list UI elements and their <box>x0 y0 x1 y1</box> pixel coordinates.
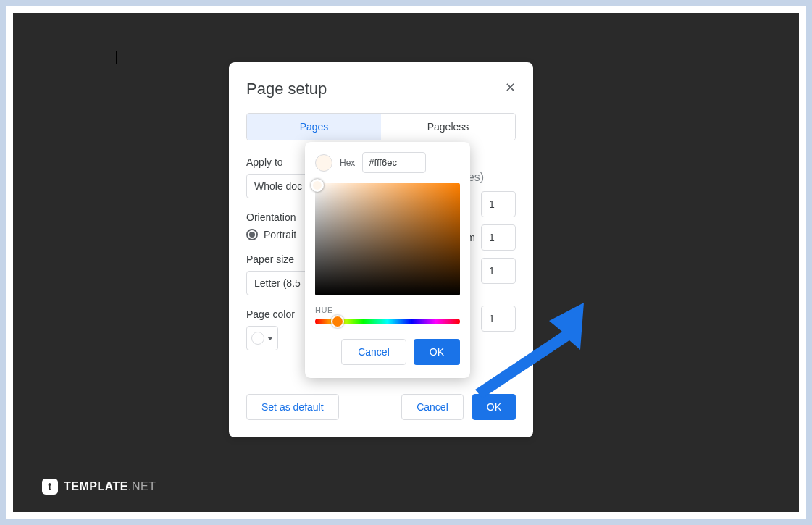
radio-portrait[interactable] <box>246 229 258 240</box>
apply-to-select[interactable]: Whole doc <box>246 174 311 198</box>
hex-label: Hex <box>340 158 355 168</box>
dialog-ok-button[interactable]: OK <box>472 394 516 420</box>
branding: t TEMPLATE.NET <box>42 479 156 495</box>
tab-pages[interactable]: Pages <box>247 114 381 140</box>
chevron-down-icon <box>267 337 273 340</box>
margin-right-input[interactable] <box>481 224 516 251</box>
close-icon[interactable]: ✕ <box>505 80 516 96</box>
brand-name-light: .NET <box>128 480 156 492</box>
hex-input[interactable] <box>362 152 426 173</box>
brand-logo-icon: t <box>42 479 58 495</box>
margin-top-input[interactable] <box>481 191 516 217</box>
page-color-button[interactable] <box>246 326 278 350</box>
radio-portrait-label: Portrait <box>264 229 296 240</box>
tab-pageless[interactable]: Pageless <box>381 114 515 140</box>
margin-left-input[interactable] <box>481 306 516 332</box>
dialog-title: Page setup <box>246 80 516 98</box>
paper-size-select[interactable]: Letter (8.5 <box>246 271 311 295</box>
margin-bottom-input[interactable] <box>481 258 516 284</box>
color-preview-swatch <box>315 154 332 172</box>
dialog-cancel-button[interactable]: Cancel <box>401 394 464 420</box>
color-swatch-icon <box>251 332 264 345</box>
brand-name-bold: TEMPLATE <box>64 480 128 492</box>
text-cursor <box>116 51 117 64</box>
hue-thumb[interactable] <box>331 315 344 328</box>
hue-label: HUE <box>315 306 460 314</box>
hue-slider[interactable] <box>315 319 460 324</box>
picker-ok-button[interactable]: OK <box>414 339 460 365</box>
sv-cursor-icon[interactable] <box>311 179 324 192</box>
picker-cancel-button[interactable]: Cancel <box>341 339 406 365</box>
set-default-button[interactable]: Set as default <box>246 394 339 420</box>
dialog-tabs: Pages Pageless <box>246 113 516 140</box>
saturation-value-area[interactable] <box>315 183 460 295</box>
color-picker-popover: Hex HUE Cancel OK <box>305 142 470 378</box>
